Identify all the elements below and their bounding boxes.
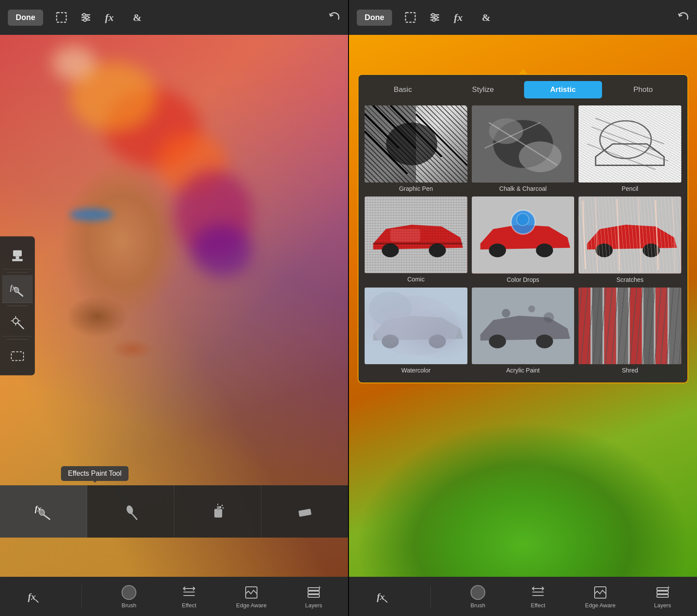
right-edge-aware-tab-icon: [592, 585, 608, 600]
svg-rect-110: [670, 288, 681, 365]
left-effect-tab[interactable]: Effect: [176, 585, 202, 609]
fx-icon[interactable]: fx: [104, 11, 119, 24]
filter-item-graphic-pen[interactable]: Graphic Pen: [365, 105, 467, 192]
svg-point-75: [429, 244, 446, 257]
right-effect-tab[interactable]: Effect: [525, 585, 551, 609]
left-done-button[interactable]: Done: [8, 10, 43, 26]
svg-point-80: [536, 244, 553, 257]
right-adjustments-icon[interactable]: [429, 11, 441, 24]
svg-point-16: [13, 318, 18, 323]
filter-item-scratches[interactable]: Scratches: [579, 196, 681, 283]
filter-tabs: Basic Stylize Artistic Photo: [359, 75, 687, 102]
svg-rect-73: [365, 196, 467, 274]
right-bottom-fx[interactable]: fx: [370, 589, 396, 604]
svg-point-30: [220, 506, 221, 508]
lasso-selection-button[interactable]: [2, 342, 33, 370]
right-edge-aware-tab[interactable]: Edge Aware: [585, 585, 616, 609]
effect-tab-label: Effect: [182, 602, 196, 609]
stamp-icon: [9, 247, 26, 264]
left-bottom-toolbar: fx Brush Effe: [0, 577, 348, 616]
filter-thumb-graphic-pen: [365, 105, 467, 183]
svg-rect-11: [12, 259, 23, 261]
left-brush-tab[interactable]: Brush: [116, 585, 142, 609]
tool-divider-2: [7, 306, 28, 306]
svg-line-55: [365, 114, 399, 149]
filter-tab-photo[interactable]: Photo: [604, 81, 682, 98]
svg-text:fx: fx: [28, 591, 36, 602]
svg-point-97: [489, 335, 506, 348]
left-bottom-fx[interactable]: fx: [21, 589, 47, 604]
svg-text:+: +: [318, 585, 321, 591]
adjustments-icon[interactable]: [80, 11, 92, 24]
left-layers-tab[interactable]: + Layers: [301, 585, 327, 609]
svg-point-6: [84, 19, 86, 21]
filter-label-acrylic-paint: Acrylic Paint: [506, 367, 540, 374]
fx-brush-button[interactable]: fx: [2, 275, 33, 303]
magic-wand-icon: [9, 314, 26, 331]
right-ampersand-icon[interactable]: &: [480, 11, 492, 24]
filter-label-pencil: Pencil: [622, 185, 638, 192]
filter-item-shred[interactable]: Shred: [579, 288, 681, 374]
svg-text:&: &: [133, 12, 142, 23]
left-edge-aware-tab[interactable]: Edge Aware: [236, 585, 267, 609]
filter-tab-basic[interactable]: Basic: [364, 81, 442, 98]
svg-rect-91: [365, 288, 467, 365]
stamp-tool-button[interactable]: [2, 242, 33, 270]
svg-text:fx: fx: [105, 12, 114, 23]
svg-rect-27: [214, 509, 222, 518]
svg-point-100: [528, 305, 535, 312]
tool-divider-1: [7, 272, 28, 273]
filter-item-color-drops[interactable]: Color Drops: [472, 196, 575, 283]
svg-point-81: [511, 210, 535, 234]
filter-panel: Basic Stylize Artistic Photo: [358, 74, 688, 383]
sub-tool-fx-brush[interactable]: fx: [0, 485, 87, 538]
filter-item-acrylic-paint[interactable]: Acrylic Paint: [472, 288, 575, 374]
right-brush-tab[interactable]: Brush: [465, 585, 491, 609]
right-selection-marquee-icon[interactable]: [404, 11, 416, 24]
sub-tool-brush[interactable]: [87, 485, 174, 538]
sub-tool-spray[interactable]: [174, 485, 261, 538]
svg-rect-119: [657, 595, 668, 597]
selection-marquee-icon[interactable]: [55, 11, 68, 24]
right-layers-tab-label: Layers: [654, 602, 671, 609]
svg-rect-105: [604, 288, 616, 365]
svg-rect-103: [579, 288, 590, 365]
right-layers-tab[interactable]: + Layers: [650, 585, 676, 609]
svg-rect-9: [13, 250, 22, 256]
svg-line-69: [592, 127, 660, 152]
filter-label-comic: Comic: [407, 276, 425, 283]
left-canvas-area: fx: [0, 35, 348, 577]
sub-tool-eraser[interactable]: [261, 485, 348, 538]
filter-label-watercolor: Watercolor: [401, 367, 430, 374]
bottom-fx-icon: fx: [27, 589, 42, 604]
filter-item-pencil[interactable]: Pencil: [579, 105, 681, 192]
svg-rect-67: [579, 105, 681, 183]
right-bottom-toolbar: fx Brush Effect: [349, 577, 697, 616]
filter-thumb-comic: [365, 196, 467, 274]
sub-tools-panel: fx: [0, 485, 348, 538]
filter-tab-stylize[interactable]: Stylize: [444, 81, 522, 98]
svg-text:fx: fx: [454, 12, 463, 23]
right-done-button[interactable]: Done: [357, 10, 392, 26]
svg-line-88: [639, 197, 641, 273]
right-undo-icon[interactable]: [677, 11, 689, 24]
right-fx-icon[interactable]: fx: [453, 11, 468, 24]
filter-item-watercolor[interactable]: Watercolor: [365, 288, 467, 374]
magic-wand-button[interactable]: [2, 309, 33, 337]
svg-line-85: [583, 201, 585, 269]
filter-item-chalk-charcoal[interactable]: Chalk & Charcoal: [472, 105, 575, 192]
svg-line-59: [416, 114, 467, 166]
svg-rect-33: [298, 509, 311, 517]
right-layers-tab-icon: +: [655, 585, 670, 600]
right-brush-tab-icon: [470, 585, 486, 600]
undo-icon[interactable]: [328, 11, 340, 24]
ampersand-icon[interactable]: &: [131, 11, 143, 24]
svg-line-70: [600, 135, 668, 161]
svg-text:+: +: [667, 585, 670, 591]
filter-tab-artistic[interactable]: Artistic: [524, 81, 602, 98]
layers-tab-label: Layers: [305, 602, 322, 609]
filter-item-comic[interactable]: Comic: [365, 196, 467, 283]
edge-aware-tab-label: Edge Aware: [236, 602, 267, 609]
svg-rect-76: [390, 229, 420, 241]
svg-point-32: [222, 508, 223, 509]
